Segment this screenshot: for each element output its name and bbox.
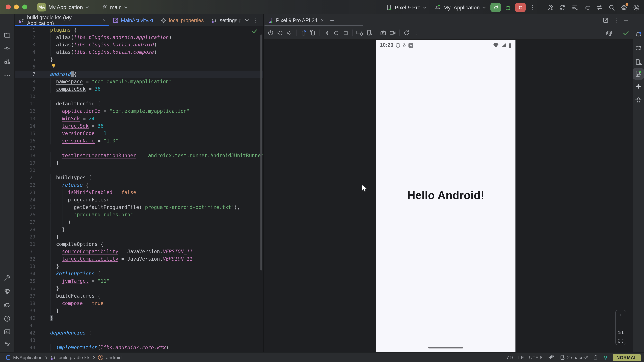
code-line[interactable]: 1plugins { <box>15 26 263 34</box>
code-line[interactable]: 12 applicationId = "com.example.myapplic… <box>15 108 263 115</box>
intention-bulb-icon[interactable] <box>51 63 56 69</box>
code-line[interactable]: 32 targetCompatibility = JavaVersion.VER… <box>15 255 263 263</box>
code-line[interactable]: 4 alias(libs.plugins.kotlin.compose) <box>15 48 263 56</box>
build-tool-button[interactable] <box>2 272 13 284</box>
code-line[interactable]: 11 defaultConfig { <box>15 100 263 108</box>
code-line[interactable]: 3 alias(libs.plugins.kotlin.android) <box>15 41 263 48</box>
ai-assistant-off-icon[interactable] <box>548 355 554 361</box>
code-line[interactable]: 40} <box>15 314 263 322</box>
navigation-handle[interactable] <box>428 347 464 348</box>
code-editor[interactable]: 1plugins {2 alias(libs.plugins.android.a… <box>15 26 263 352</box>
profiler-button[interactable] <box>569 2 580 12</box>
power-button[interactable] <box>266 28 275 37</box>
code-line[interactable]: 41 <box>15 322 263 329</box>
commit-tool-button[interactable] <box>2 42 13 54</box>
code-line[interactable]: 30 compileOptions { <box>15 241 263 248</box>
code-line[interactable]: 25 getDefaultProguardFile("proguard-andr… <box>15 204 263 211</box>
code-line[interactable]: 10 <box>15 93 263 100</box>
code-line[interactable]: 17 <box>15 144 263 152</box>
more-tool-windows-button[interactable] <box>2 69 13 81</box>
code-line[interactable]: 13 minSdk = 24 <box>15 115 263 122</box>
run-configuration-selector[interactable]: My_Application <box>431 2 489 12</box>
layout-inspector-icon[interactable] <box>606 30 613 36</box>
volume-down-button[interactable] <box>285 28 294 37</box>
gradle-tool-button[interactable] <box>632 42 644 54</box>
logcat-tool-button[interactable] <box>2 299 13 311</box>
hide-panel-icon[interactable] <box>624 17 629 23</box>
app-quality-insights-tool-button[interactable] <box>2 286 13 297</box>
code-line[interactable]: 24 proguardFiles( <box>15 196 263 204</box>
apply-changes-button[interactable] <box>594 2 604 12</box>
code-line[interactable]: 43 <box>15 337 263 344</box>
rotate-right-button[interactable] <box>308 28 317 37</box>
device-manager-button[interactable] <box>632 56 644 68</box>
terminal-tool-button[interactable] <box>2 326 13 337</box>
notifications-button[interactable] <box>632 29 644 40</box>
zoom-in-button[interactable]: + <box>619 312 622 318</box>
code-line[interactable]: 44 implementation(libs.androidx.core.ktx… <box>15 344 263 351</box>
code-line[interactable]: 26 "proguard-rules.pro" <box>15 211 263 218</box>
code-line[interactable]: 9 compileSdk = 36 <box>15 85 263 93</box>
gemini-button[interactable] <box>632 80 644 92</box>
send-feedback-button[interactable] <box>632 94 644 106</box>
code-line[interactable]: 7android { <box>15 70 263 78</box>
close-tab-icon[interactable]: × <box>102 17 106 23</box>
device-selector[interactable]: Pixel 9 Pro <box>383 2 430 12</box>
stop-button[interactable] <box>515 3 526 12</box>
tab-settings-gradle[interactable]: settings.g <box>208 14 245 26</box>
emulator-more-button[interactable] <box>412 28 420 37</box>
code-line[interactable]: 23 isMinifyEnabled = false <box>15 189 263 196</box>
code-line[interactable]: 21 buildTypes { <box>15 174 263 181</box>
tab-mainactivity-kt[interactable]: MainActivity.kt <box>109 14 157 26</box>
code-line[interactable]: 37 buildFeatures { <box>15 292 263 300</box>
encoding-widget[interactable]: UTF-8 <box>529 355 542 360</box>
device-settings-button[interactable] <box>365 28 373 37</box>
close-tab-icon[interactable]: × <box>321 17 324 23</box>
account-button[interactable] <box>631 2 642 12</box>
code-line[interactable]: 20 <box>15 167 263 174</box>
virtual-keyboard-button[interactable] <box>355 28 364 37</box>
minimize-window-button[interactable] <box>14 4 19 9</box>
tab-options-icon[interactable] <box>253 17 259 23</box>
code-line[interactable]: 8 namespace = "com.example.myapplication… <box>15 78 263 85</box>
search-everywhere-button[interactable] <box>606 2 617 12</box>
code-line[interactable]: 29 } <box>15 233 263 241</box>
resource-manager-tool-button[interactable] <box>2 55 13 67</box>
home-button[interactable] <box>332 28 340 37</box>
back-button[interactable] <box>322 28 331 37</box>
breadcrumb-item[interactable]: android <box>106 355 122 360</box>
code-line[interactable]: 15 versionCode = 1 <box>15 130 263 137</box>
code-line[interactable]: 31 sourceCompatibility = JavaVersion.VER… <box>15 248 263 255</box>
code-line[interactable]: 14 targetSdk = 36 <box>15 122 263 130</box>
code-line[interactable]: 38 compose = true <box>15 300 263 307</box>
indent-widget[interactable]: 2 spaces* <box>559 355 588 360</box>
caret-position-widget[interactable]: 7:9 <box>506 355 513 360</box>
attach-debugger-button[interactable] <box>582 2 592 12</box>
fit-to-window-icon[interactable] <box>618 338 624 343</box>
zoom-actual-size-button[interactable]: 1:1 <box>618 330 624 335</box>
debug-button[interactable] <box>503 2 514 12</box>
code-line[interactable]: 27 ) <box>15 218 263 226</box>
vim-plugin-icon[interactable]: V <box>604 355 608 361</box>
zoom-window-button[interactable] <box>22 4 27 9</box>
device-screen[interactable]: 10:20 A <box>376 40 515 352</box>
add-device-tab-button[interactable]: + <box>328 16 336 24</box>
build-button[interactable] <box>544 2 555 12</box>
code-line[interactable]: 18 testInstrumentationRunner = "androidx… <box>15 152 263 159</box>
check-icon[interactable] <box>623 30 629 35</box>
rotate-left-button[interactable] <box>299 28 308 37</box>
code-line[interactable]: 2 alias(libs.plugins.android.application… <box>15 34 263 41</box>
code-line[interactable]: 33 } <box>15 263 263 270</box>
tab-local-properties[interactable]: local.properties <box>157 14 208 26</box>
editor-scrollbar[interactable] <box>260 34 262 271</box>
code-line[interactable]: 42dependencies { <box>15 329 263 337</box>
close-window-button[interactable] <box>6 4 10 9</box>
line-ending-widget[interactable]: LF <box>518 355 524 360</box>
sync-project-button[interactable] <box>557 2 568 12</box>
panel-more-icon[interactable] <box>613 17 619 23</box>
breadcrumb-item[interactable]: MyApplication <box>13 355 42 360</box>
code-line[interactable]: 34 kotlinOptions { <box>15 270 263 277</box>
tab-build-gradle-kts[interactable]: build.gradle.kts (My Application) × <box>15 14 109 26</box>
code-line[interactable]: 36 } <box>15 285 263 292</box>
running-devices-button[interactable] <box>632 68 644 80</box>
